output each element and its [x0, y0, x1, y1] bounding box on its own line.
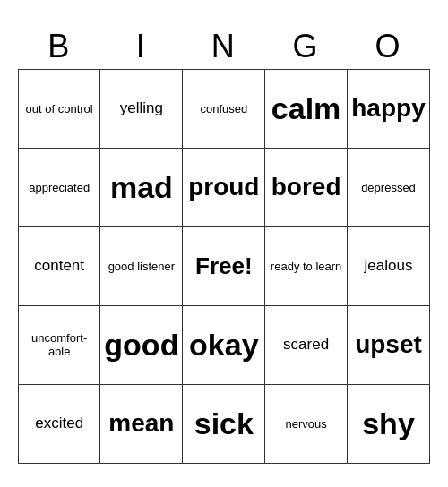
bingo-cell-3-1: good [100, 305, 183, 384]
bingo-cell-3-4: upset [348, 305, 430, 384]
bingo-cell-4-4: shy [348, 384, 430, 463]
bingo-letter-i: I [100, 24, 183, 70]
bingo-cell-4-2: sick [183, 384, 265, 463]
bingo-cell-1-3: bored [265, 148, 348, 226]
bingo-letter-g: G [265, 24, 348, 70]
bingo-letter-n: N [183, 24, 265, 70]
bingo-cell-2-0: content [19, 226, 100, 305]
bingo-cell-4-1: mean [100, 384, 183, 463]
bingo-cell-0-1: yelling [100, 69, 183, 148]
bingo-cell-0-3: calm [265, 69, 348, 148]
bingo-cell-3-0: uncomfort- able [19, 305, 100, 384]
bingo-cell-2-3: ready to learn [265, 226, 348, 305]
bingo-header: BINGO [19, 24, 430, 70]
bingo-cell-4-0: excited [19, 384, 100, 463]
bingo-cell-1-1: mad [100, 148, 183, 226]
bingo-row-2: contentgood listenerFree!ready to learnj… [19, 226, 430, 305]
bingo-letter-b: B [19, 24, 100, 70]
bingo-cell-1-4: depressed [348, 148, 430, 226]
bingo-cell-3-2: okay [183, 305, 265, 384]
bingo-cell-0-4: happy [348, 69, 430, 148]
bingo-cell-2-2: Free! [183, 226, 265, 305]
bingo-row-1: appreciatedmadproudboreddepressed [19, 148, 430, 226]
bingo-cell-2-1: good listener [100, 226, 183, 305]
bingo-cell-2-4: jealous [348, 226, 430, 305]
bingo-letter-o: O [348, 24, 430, 70]
bingo-row-4: excitedmeansicknervousshy [19, 384, 430, 463]
bingo-cell-0-0: out of control [19, 69, 100, 148]
bingo-cell-4-3: nervous [265, 384, 348, 463]
bingo-cell-3-3: scared [265, 305, 348, 384]
bingo-row-0: out of controlyellingconfusedcalmhappy [19, 69, 430, 148]
bingo-card: BINGO out of controlyellingconfusedcalmh… [18, 24, 430, 464]
bingo-cell-0-2: confused [183, 69, 265, 148]
bingo-cell-1-2: proud [183, 148, 265, 226]
bingo-cell-1-0: appreciated [19, 148, 100, 226]
bingo-row-3: uncomfort- ablegoodokayscaredupset [19, 305, 430, 384]
